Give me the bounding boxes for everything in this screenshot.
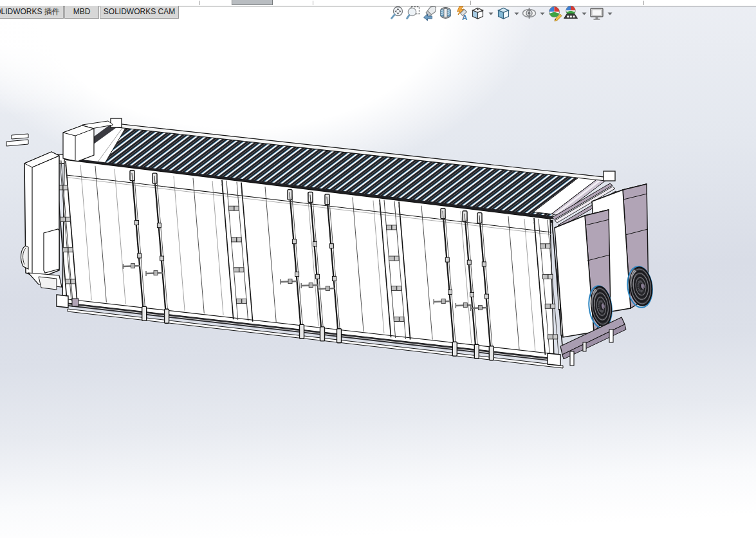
svg-text:A: A <box>462 14 467 21</box>
